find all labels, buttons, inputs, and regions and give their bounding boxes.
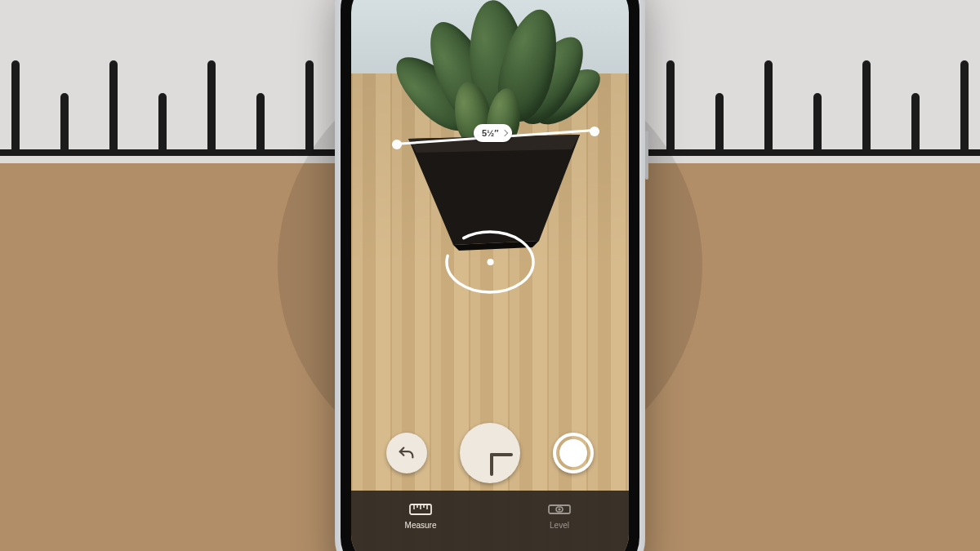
scene-root: 5½″ — [0, 0, 980, 551]
camera-viewport[interactable]: 5½″ — [351, 0, 629, 551]
phone-side-button — [645, 131, 648, 180]
phone-screen: 5½″ — [351, 0, 629, 551]
level-icon — [548, 502, 571, 517]
ruler-tick — [911, 93, 920, 150]
ruler-tick — [960, 60, 969, 150]
ruler-tick — [813, 93, 822, 150]
measurement-value: 5½″ — [482, 128, 499, 138]
tab-measure[interactable]: Measure — [351, 491, 490, 551]
shutter-button[interactable] — [553, 433, 594, 473]
controls-bar — [351, 420, 629, 486]
measurement-badge[interactable]: 5½″ — [474, 124, 512, 142]
ruler-tick — [305, 60, 314, 150]
ruler-tick — [715, 93, 724, 150]
tab-level[interactable]: Level — [490, 491, 629, 551]
ruler-tick — [256, 93, 265, 150]
ruler-tick — [862, 60, 871, 150]
phone: 5½″ — [335, 0, 645, 551]
measurement-endpoint[interactable] — [392, 140, 402, 149]
tab-label: Measure — [405, 521, 437, 530]
ruler-tick — [666, 60, 675, 150]
add-point-button[interactable] — [460, 423, 520, 483]
tab-label: Level — [550, 521, 569, 530]
tab-bar: Measure Level — [351, 491, 629, 551]
ruler-tick — [207, 60, 216, 150]
ruler-tick — [764, 60, 773, 150]
ruler-tick — [109, 60, 118, 150]
ruler-tick — [11, 60, 20, 150]
measurement-endpoint[interactable] — [590, 127, 599, 136]
ruler-tick — [60, 93, 69, 150]
svg-point-12 — [558, 508, 560, 510]
reticle-center-dot — [487, 259, 493, 265]
ruler-tick — [158, 93, 167, 150]
undo-icon — [398, 444, 416, 462]
ruler-icon — [409, 502, 432, 517]
undo-button[interactable] — [386, 433, 427, 473]
target-reticle — [443, 229, 537, 295]
